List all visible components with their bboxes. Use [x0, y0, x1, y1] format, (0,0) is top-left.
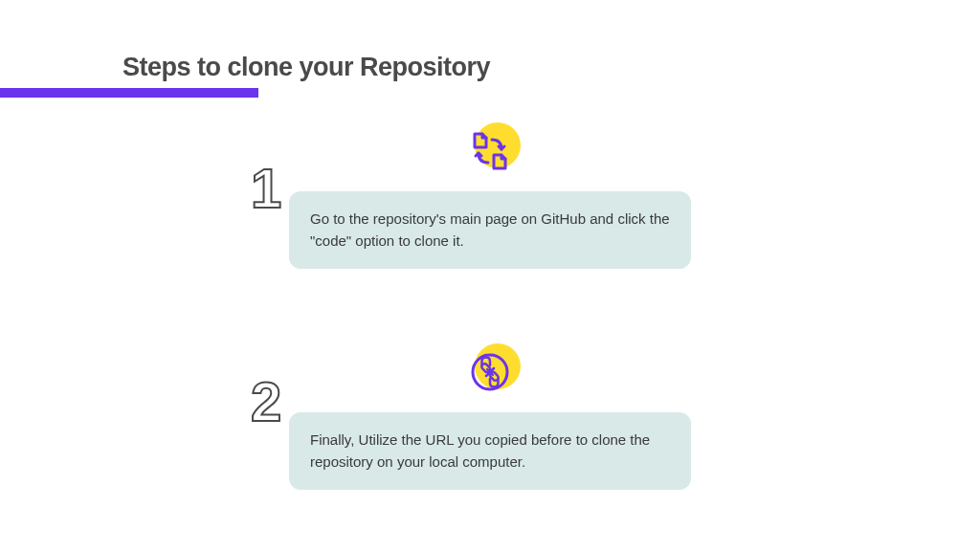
step-2: 2 Finally, Utilize the URL you copied be…	[289, 345, 691, 490]
file-transfer-icon	[469, 130, 511, 172]
step-1: 1 Go to the repository's main page on Gi…	[289, 124, 691, 269]
title-underline	[0, 88, 258, 98]
header: Steps to clone your Repository	[0, 0, 980, 82]
step-1-text: Go to the repository's main page on GitH…	[310, 209, 670, 252]
step-1-icon-wrapper	[461, 124, 519, 177]
steps-container: 1 Go to the repository's main page on Gi…	[289, 124, 691, 551]
link-icon	[469, 351, 511, 393]
step-number-2: 2	[251, 374, 281, 430]
step-2-text: Finally, Utilize the URL you copied befo…	[310, 430, 670, 473]
step-2-box: Finally, Utilize the URL you copied befo…	[289, 412, 691, 490]
step-1-box: Go to the repository's main page on GitH…	[289, 191, 691, 269]
step-number-1: 1	[251, 161, 281, 216]
step-2-icon-wrapper	[461, 345, 519, 398]
page-title: Steps to clone your Repository	[122, 53, 980, 82]
